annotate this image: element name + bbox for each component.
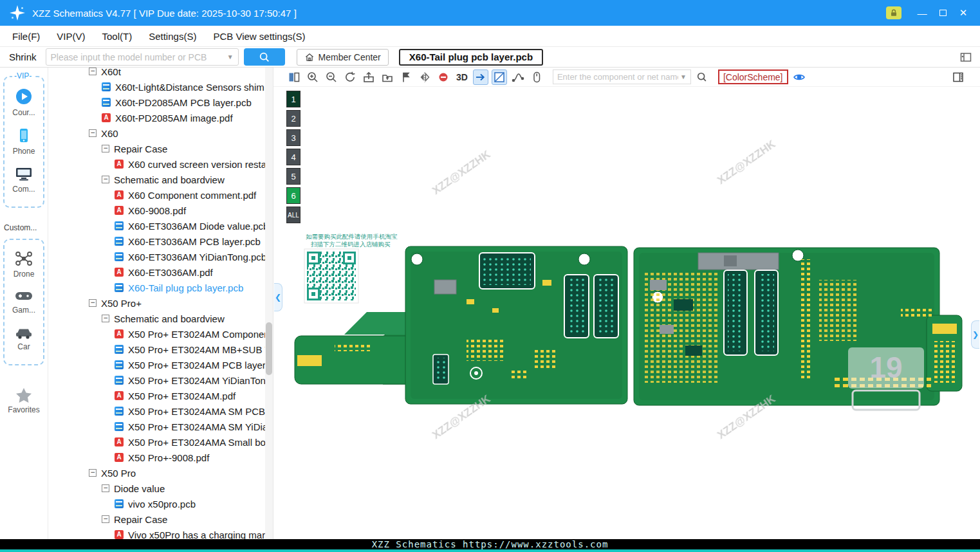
tree-file[interactable]: AX60-ET3036AM.pdf [48,264,273,280]
sidebar-item-computer[interactable]: Com... [12,166,35,194]
tree-node[interactable]: −Schematic and boardview [48,311,273,326]
collapse-icon[interactable]: − [102,515,109,523]
tree-scrollbar-thumb[interactable] [266,322,272,375]
tree-file[interactable]: AX60-9008.pdf [48,203,273,218]
menu-filef[interactable]: File(F) [4,26,48,46]
collapse-tree-handle[interactable]: ❮ [274,283,282,311]
component-search-icon[interactable] [694,69,710,85]
sidebar-item-course[interactable]: Cour... [12,87,35,117]
layer-list-icon[interactable] [950,69,966,85]
maximize-button[interactable] [932,4,953,22]
sidebar-item-label: Phone [13,147,35,156]
sidebar-item-phone[interactable]: Phone [13,127,35,156]
tree-file[interactable]: AX50 Pro+ ET3024AMA Small bo [48,434,273,450]
tree-file[interactable]: AX60 Component comment.pdf [48,187,273,203]
tree-file[interactable]: X60-ET3036AM PCB layer.pcb [48,234,273,249]
menu-vipv[interactable]: VIP(V) [48,26,93,46]
pcb-file-icon [115,376,124,385]
menu-toolt[interactable]: Tool(T) [94,26,141,46]
menu-settingss[interactable]: Settings(S) [140,26,205,46]
tree-file[interactable]: AX50 Pro+-9008.pdf [48,450,273,465]
tree-node[interactable]: −Repair Case [48,511,273,527]
tree-file[interactable]: X60-ET3036AM Diode value.pcb [48,218,273,234]
menu-pcbviewsettingss[interactable]: PCB View settings(S) [205,26,313,46]
close-button[interactable]: ✕ [953,4,974,22]
mouse-settings-icon[interactable] [529,69,544,85]
tree-node[interactable]: −Schematic and boardview [48,172,273,187]
collapse-right-handle[interactable]: ❯ [971,320,979,349]
shrink-button[interactable]: Shrink [9,51,37,62]
collapse-icon[interactable]: − [89,299,97,307]
tree-file[interactable]: AX50 Pro+ ET3024AM.pdf [48,388,273,403]
tree-file[interactable]: vivo x50pro.pcb [48,496,273,511]
component-search-box[interactable]: ▼ [553,69,691,84]
tree-file[interactable]: X50 Pro+ ET3024AM PCB layer.p [48,357,273,373]
minimize-button[interactable]: — [912,4,932,22]
measure-curve-icon[interactable] [510,69,526,85]
flip-horizontal-icon[interactable] [417,69,432,85]
collapse-icon[interactable]: − [89,469,97,477]
tree-file[interactable]: X60-Tail plug pcb layer.pcb [48,280,273,295]
tree-item-label: X50 Pro+-9008.pdf [128,452,209,463]
pcb-file-icon [115,237,124,246]
visibility-eye-icon[interactable] [791,69,807,85]
pcb-file-icon [115,407,124,416]
tree-file[interactable]: X50 Pro+ ET3024AM YiDianTon [48,373,273,388]
svg-text:XZZ@XZZHK: XZZ@XZZHK [430,148,493,197]
zoom-in-icon[interactable] [305,69,320,85]
sidebar-item-car[interactable]: Car [14,325,33,351]
member-center-button[interactable]: Member Center [297,49,389,66]
board-side-icon[interactable] [436,69,451,85]
tree-file[interactable]: X60t-Light&Distance Sensors shim [48,79,273,95]
tree-node[interactable]: −X60t [48,68,273,79]
tree-node[interactable]: −Diode value [48,481,273,496]
close-panel-icon[interactable] [958,50,974,65]
export-top-icon[interactable] [361,69,376,85]
model-search-box[interactable]: ▼ [46,48,239,66]
zoom-reset-icon[interactable] [342,69,358,85]
tree-node[interactable]: −X50 Pro+ [48,295,273,311]
select-area-icon[interactable] [492,69,507,85]
export-bottom-icon[interactable] [380,69,395,85]
chevron-down-icon[interactable]: ▼ [680,73,687,80]
model-search-input[interactable] [51,52,225,62]
pdf-file-icon: A [115,190,124,199]
sidebar-item-favorites[interactable]: Favorites [0,387,48,414]
zoom-out-icon[interactable] [324,69,339,85]
chevron-down-icon[interactable]: ▼ [227,53,234,60]
tab-pcb-file[interactable]: X60-Tail plug pcb layer.pcb [399,49,543,66]
search-button[interactable] [244,48,285,66]
tree-file[interactable]: X50 Pro+ ET3024AM MB+SUB Y [48,342,273,357]
tree-node[interactable]: −Repair Case [48,141,273,156]
colorscheme-button[interactable]: [ColorScheme] [718,69,788,84]
collapse-icon[interactable]: − [102,176,109,183]
pan-arrow-icon[interactable] [473,69,488,85]
tree-file[interactable]: X60t-PD2085AM PCB layer.pcb [48,95,273,110]
threed-button[interactable]: 3D [454,72,470,82]
component-search-input[interactable] [557,72,678,82]
drone-icon [15,250,33,267]
collapse-icon[interactable]: − [89,68,97,75]
tree-file[interactable]: X60-ET3036AM YiDianTong.pcb [48,249,273,264]
vip-badge-icon[interactable] [886,6,901,19]
collapse-icon[interactable]: − [102,484,109,492]
collapse-icon[interactable]: − [102,145,109,152]
split-view-icon[interactable] [286,69,302,85]
tree-node[interactable]: −X60 [48,125,273,141]
pcb-board[interactable]: 19 [295,246,962,410]
tree-file[interactable]: AX60 curved screen version restar [48,156,273,172]
tree-file[interactable]: AX60t-PD2085AM image.pdf [48,110,273,125]
pin-icon[interactable] [398,69,414,85]
pcb-canvas[interactable]: 如需要购买此配件请使用手机淘宝 扫描下方二维码进入店铺购买 [273,87,980,539]
collapse-icon[interactable]: − [102,315,109,322]
tree-file[interactable]: X50 Pro+ ET3024AMA SM PCB l [48,403,273,419]
tree-file[interactable]: AVivo x50Pro has a charging mar [48,527,273,539]
tree-item-label: X60t-PD2085AM PCB layer.pcb [115,97,252,108]
sidebar-item-drone[interactable]: Drone [14,250,35,279]
sidebar-item-game[interactable]: Gam... [12,289,35,315]
tree-file[interactable]: X50 Pro+ ET3024AMA SM YiDia [48,419,273,434]
collapse-icon[interactable]: − [89,129,97,137]
tree-scrollbar[interactable] [265,68,273,539]
tree-node[interactable]: −X50 Pro [48,465,273,481]
tree-file[interactable]: AX50 Pro+ ET3024AM Componen [48,326,273,342]
